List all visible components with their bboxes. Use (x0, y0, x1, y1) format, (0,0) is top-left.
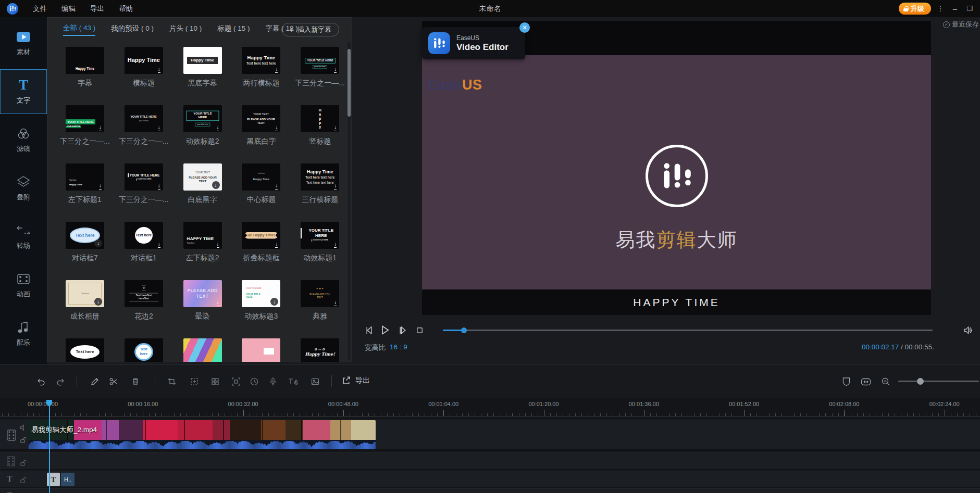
delete-trash-icon[interactable] (129, 375, 142, 388)
template-thumbnail-confetti[interactable] (183, 338, 222, 362)
template-thumbnail-白底黑字[interactable]: YOUR TEXTPLEASE ADD YOUR TEXT↓ (183, 163, 222, 191)
template-cell: Happy Time字幕 (59, 47, 111, 88)
ruler-label: 00:01:52.00 (729, 401, 759, 407)
close-icon[interactable]: ✕ (519, 22, 530, 33)
template-thumbnail-两行横标题[interactable]: Happy TimeText here text here↓ (242, 47, 280, 74)
redo-icon[interactable] (54, 375, 67, 388)
video-preview[interactable]: EaseUS 易我剪辑大师 HAPPY TIME (422, 21, 931, 315)
edit-pencil-icon[interactable] (89, 375, 101, 388)
volume-icon[interactable] (961, 323, 974, 337)
text-to-speech-icon[interactable] (287, 375, 299, 388)
lock-track-icon[interactable] (20, 460, 27, 466)
template-cell: YOUR TEXTPLEASE ADD YOUR TEXT↓白底黑字 (177, 163, 229, 205)
minimize-button[interactable]: – (948, 0, 962, 17)
template-thumbnail-下三分之一—...[interactable]: YOUR TITLE HEREYOUR SUBTITLE↓ (66, 105, 104, 132)
sidebar-item-文字[interactable]: T文字 (0, 69, 47, 114)
voiceover-mic-icon[interactable] (267, 375, 279, 388)
video-clip[interactable]: 易我剪辑大师_2.mp4 (29, 420, 376, 449)
template-thumbnail-动效标题1[interactable]: YOUR TITLE HEREYOUR TITLE HERE↓ (301, 222, 339, 249)
export-button[interactable]: 导出 (341, 375, 370, 385)
sidebar-item-叠附[interactable]: 叠附 (0, 166, 47, 211)
saved-check-icon: ✓ (943, 21, 950, 28)
lock-track-icon[interactable] (20, 437, 27, 444)
sidebar-item-素材[interactable]: 素材 (0, 21, 47, 66)
kebab-menu-button[interactable]: ⋮ (933, 0, 948, 17)
template-thumbnail-左下标题1[interactable]: Text hereHappy Time↓ (66, 163, 104, 191)
play-button[interactable] (378, 323, 392, 337)
mosaic-icon[interactable] (209, 375, 221, 388)
template-thumbnail-典雅[interactable]: ✦ ❖ ✦PLEASE ADD YOU TEXT↓ (301, 280, 339, 307)
template-thumbnail-横标题[interactable]: Happy Time↓ (125, 47, 163, 74)
template-thumbnail-cloud[interactable]: Text here (66, 338, 104, 362)
sidebar-item-动画[interactable]: 动画 (0, 263, 47, 308)
menu-item-3[interactable]: 帮助 (119, 4, 133, 14)
template-thumbnail-pinkcard[interactable] (242, 338, 280, 362)
thumbnail-text: YOUR TITLE HERE (128, 173, 159, 177)
template-thumbnail-动效标题3[interactable]: YOUR TITLE HEREYOUR TITLE HERE↓ (242, 280, 280, 307)
sidebar-item-配乐[interactable]: 配乐 (0, 311, 47, 356)
tab-1[interactable]: 我的预设 ( 0 ) (111, 24, 154, 35)
next-frame-button[interactable] (396, 323, 410, 337)
panel-scrollbar[interactable] (348, 42, 351, 360)
marker-shield-icon[interactable] (840, 375, 852, 388)
stop-button[interactable] (413, 323, 426, 337)
insert-subtitle-button[interactable]: + 插入新字幕 (281, 23, 339, 36)
template-thumbnail-黑底字幕[interactable]: Happy Time (183, 47, 222, 74)
watermark-image-icon[interactable] (309, 375, 321, 388)
zoom-out-icon[interactable] (879, 375, 892, 388)
template-thumbnail-三行横标题[interactable]: Happy TimeText here text hereText here t… (301, 163, 339, 191)
seek-handle[interactable] (461, 327, 467, 333)
timeline-ruler[interactable]: 00:00:00.0000:00:16.0000:00:32.0000:00:4… (0, 398, 980, 417)
template-thumbnail-成长相册[interactable]: Text here↓ (66, 280, 104, 307)
template-label: 白底黑字 (177, 195, 229, 205)
thumbnail-text: Text here (70, 345, 100, 359)
zoom-slider-handle[interactable] (917, 378, 924, 385)
tab-2[interactable]: 片头 ( 10 ) (169, 24, 202, 35)
app-logo-icon (7, 3, 18, 15)
template-thumbnail-下三分之一—...[interactable]: YOUR TITLE HEREyour subtitle↓ (125, 105, 163, 132)
menu-item-2[interactable]: 导出 (90, 4, 104, 14)
template-label: 动效标题3 (235, 312, 287, 321)
template-thumbnail-折叠标题框[interactable]: Be Happy Time!↓ (242, 222, 280, 249)
template-thumbnail-晕染[interactable]: PLEASE ADD TEXT↓ (183, 280, 222, 307)
template-thumbnail-下三分之一—...[interactable]: YOUR TITLE HEREYOUR TITLE HERE↓ (125, 163, 163, 191)
template-thumbnail-circleblue[interactable]: Text here (125, 338, 163, 362)
lock-track-icon[interactable] (20, 477, 27, 484)
aspect-ratio-value[interactable]: 16 : 9 (390, 343, 407, 351)
template-thumbnail-花边2[interactable]: ✻Text hereText hereText (125, 280, 163, 307)
split-scissors-icon[interactable] (107, 375, 120, 388)
sidebar-item-转场[interactable]: 转场 (0, 214, 47, 259)
crop-icon[interactable] (166, 375, 178, 388)
duration-clock-icon[interactable] (248, 375, 260, 388)
menu-item-0[interactable]: 文件 (33, 4, 47, 14)
template-thumbnail-对话框7[interactable]: Text here↓ (66, 222, 104, 249)
template-thumbnail-左下标题2[interactable]: HAPPY TIMEText here↓ (183, 222, 222, 249)
template-thumbnail-竖标题[interactable]: Happy↓ (301, 105, 339, 132)
timeline-zoom-slider[interactable] (898, 381, 979, 382)
undo-icon[interactable] (34, 375, 47, 388)
upgrade-button[interactable]: 升级 (899, 3, 931, 15)
menu-item-1[interactable]: 编辑 (61, 4, 76, 14)
template-thumbnail-字幕[interactable]: Happy Time (66, 47, 104, 74)
menubar: 文件编辑导出帮助 未命名 升级 ⋮ – ❒ (0, 0, 980, 17)
mute-speaker-icon[interactable] (20, 424, 27, 431)
template-thumbnail-中心标题[interactable]: text hereHappy Time↓ (242, 163, 280, 191)
template-thumbnail-对话框1[interactable]: Text here↓ (125, 222, 163, 249)
seek-bar[interactable] (443, 330, 933, 331)
zoom-region-icon[interactable] (188, 375, 201, 388)
template-thumbnail-下三分之一—...[interactable]: YOUR TITLE HEREyour title here↓ (301, 47, 339, 74)
tab-0[interactable]: 全部 ( 43 ) (63, 23, 95, 36)
text-clip[interactable]: T H.. (47, 473, 75, 486)
easeus-brand-card: EaseUS Video Editor ✕ (422, 27, 525, 59)
fit-timeline-icon[interactable] (860, 375, 872, 388)
template-cell: Text here↓对话框1 (118, 222, 170, 263)
freeze-frame-icon[interactable] (230, 375, 242, 388)
template-thumbnail-动效标题2[interactable]: YOUR TITLE HEREyour title here↓ (183, 105, 222, 132)
sidebar-item-滤镜[interactable]: 滤镜 (0, 118, 47, 162)
template-label: 左下标题1 (59, 195, 111, 205)
template-thumbnail-黑底白字[interactable]: YOUR TEXTPLEASE ADD YOUR TEXT↓ (242, 105, 280, 132)
maximize-button[interactable]: ❒ (962, 0, 977, 17)
tab-3[interactable]: 标题 ( 15 ) (217, 24, 250, 35)
template-thumbnail-ornatedark[interactable]: ✿⁓✿Happy Time! (301, 338, 339, 362)
previous-frame-button[interactable] (363, 323, 376, 337)
